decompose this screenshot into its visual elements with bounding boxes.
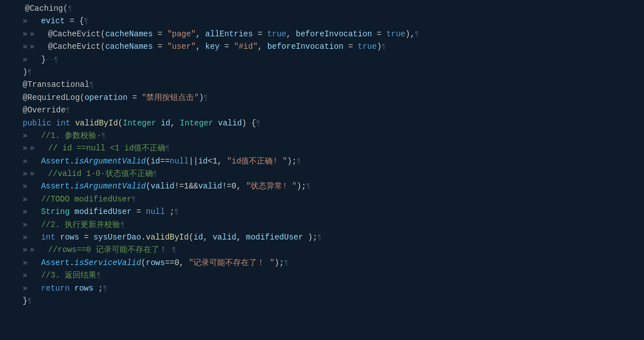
code-line-11: » //1. 参数校验·¶ xyxy=(0,129,644,142)
code-line-23: » return rows ;¶ xyxy=(0,282,644,295)
code-editor: @Caching(¶ » evict = {¶ » » @CacheEvict(… xyxy=(0,0,644,340)
code-line-16: » //TODO modifiedUser¶ xyxy=(0,193,644,205)
code-line-7: @Transactional¶ xyxy=(0,78,644,91)
code-line-4: » » @CacheEvict(cacheNames = "user", key… xyxy=(0,40,644,53)
code-line-5: » }··¶ xyxy=(0,53,644,66)
code-line-13: » Assert.isArgumentValid(id==null||id<1,… xyxy=(0,155,644,167)
code-line-20: » » //rows==0 记录可能不存在了！ ¶ xyxy=(0,244,644,256)
code-line-18: » //2. 执行更新并校验¶ xyxy=(0,219,644,231)
code-line-1: @Caching(¶ xyxy=(0,2,644,15)
code-line-21: » Assert.isServiceValid(rows==0, "记录可能不存… xyxy=(0,257,644,269)
code-line-17: » String modifiedUser = null ;¶ xyxy=(0,205,644,218)
code-line-3: » » @CacheEvict(cacheNames = "page", all… xyxy=(0,28,644,40)
code-line-8: @RequiredLog(operation = "禁用按钮点击")¶ xyxy=(0,91,644,104)
code-line-24: }¶ xyxy=(0,295,644,307)
code-line-22: » //3. 返回结果¶ xyxy=(0,269,644,282)
code-line-12: » » // id ==null <1 id值不正确¶ xyxy=(0,142,644,154)
code-line-15: » Assert.isArgumentValid(valid!=1&&valid… xyxy=(0,180,644,192)
code-line-9: @Override¶ xyxy=(0,104,644,116)
code-line-2: » evict = {¶ xyxy=(0,15,644,27)
code-line-6: )¶ xyxy=(0,66,644,78)
code-line-14: » » //valid 1·0·状态值不正确¶ xyxy=(0,167,644,180)
code-line-19: » int rows = sysUserDao.validById(id, va… xyxy=(0,231,644,244)
code-line-10: public int validById(Integer id, Integer… xyxy=(0,117,644,129)
